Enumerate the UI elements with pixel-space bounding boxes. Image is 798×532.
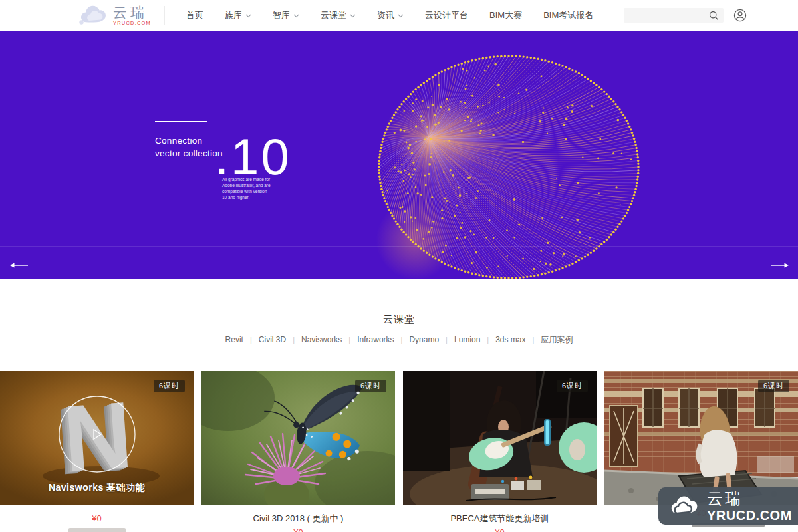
header-divider bbox=[164, 6, 165, 25]
cloud-watermark-icon bbox=[668, 495, 699, 517]
nav-label: BIM考试报名 bbox=[543, 9, 593, 21]
top-navbar: 云瑞 YRUCD.COM 首页 族库 智库 云课堂 资讯 云设计平台 BIM大赛… bbox=[0, 0, 798, 31]
course-title: PBECA建筑节能更新培训 bbox=[403, 513, 597, 524]
nav-item-cloud-design-platform[interactable]: 云设计平台 bbox=[414, 0, 479, 31]
site-logo[interactable]: 云瑞 YRUCD.COM bbox=[76, 5, 151, 26]
filter-infraworks[interactable]: Infraworks bbox=[357, 335, 394, 344]
filter-3dsmax[interactable]: 3ds max bbox=[495, 335, 525, 344]
filter-separator: | bbox=[401, 336, 403, 344]
account-button[interactable] bbox=[733, 9, 747, 22]
filter-navisworks[interactable]: Navisworks bbox=[301, 335, 342, 344]
arrow-right-icon bbox=[770, 262, 790, 269]
hero-description: All graphics are made for Adobe Illustra… bbox=[222, 176, 273, 200]
course-thumbnail[interactable]: 6课时 bbox=[604, 371, 798, 505]
filter-separator: | bbox=[348, 336, 350, 344]
carousel-next-button[interactable] bbox=[770, 259, 790, 271]
course-thumbnail[interactable]: N N N N N Navisworks 基础功能 6课时 bbox=[0, 371, 194, 505]
carousel-prev-button[interactable] bbox=[9, 259, 29, 271]
connection-sphere-graphic bbox=[0, 31, 798, 279]
search-box bbox=[624, 8, 724, 23]
nav-label: 云设计平台 bbox=[425, 9, 468, 21]
nav-label: 智库 bbox=[273, 9, 290, 21]
chevron-down-icon bbox=[398, 14, 404, 18]
hero-title: Connection vector collection bbox=[155, 134, 223, 160]
watermark-text: 云瑞 YRUCD.COM bbox=[707, 491, 792, 522]
hero-title-line2: vector collection bbox=[155, 147, 223, 160]
filter-separator: | bbox=[533, 336, 535, 344]
chevron-down-icon bbox=[293, 14, 299, 18]
course-card-navisworks[interactable]: N N N N N Navisworks 基础功能 6课时 ¥0 bbox=[0, 371, 194, 532]
chevron-down-icon bbox=[350, 14, 356, 18]
course-price: ¥0 bbox=[0, 513, 194, 524]
nav-item-home[interactable]: 首页 bbox=[176, 0, 214, 31]
nav-label: 首页 bbox=[186, 9, 203, 21]
nav-item-bim-exam-signup[interactable]: BIM考试报名 bbox=[533, 0, 604, 31]
banner-divider-line bbox=[0, 246, 798, 247]
nav-item-bim-contest[interactable]: BIM大赛 bbox=[479, 0, 533, 31]
nav-item-news[interactable]: 资讯 bbox=[366, 0, 414, 31]
cloud-logo-icon bbox=[76, 5, 109, 26]
filter-dynamo[interactable]: Dynamo bbox=[409, 335, 439, 344]
course-card-pbeca[interactable]: 6课时 PBECA建筑节能更新培训 ¥0 bbox=[403, 371, 597, 532]
site-watermark: 云瑞 YRUCD.COM bbox=[658, 487, 798, 525]
watermark-domain: YRUCD.COM bbox=[707, 509, 792, 522]
course-card-civil3d[interactable]: 6课时 Civil 3D 2018 ( 更新中 ) ¥0 bbox=[201, 371, 395, 532]
search-icon[interactable] bbox=[709, 11, 719, 21]
course-price-clipped: ¥0 bbox=[403, 527, 597, 532]
logo-title: 云瑞 bbox=[113, 5, 151, 19]
section-title: 云课堂 bbox=[0, 313, 798, 326]
hero-title-line1: Connection bbox=[155, 134, 223, 147]
lesson-count-badge: 6课时 bbox=[557, 380, 588, 392]
nav-item-knowledge[interactable]: 智库 bbox=[262, 0, 310, 31]
course-filter-bar: Revit|Civil 3D|Navisworks|Infraworks|Dyn… bbox=[0, 334, 798, 346]
lesson-count-badge: 6课时 bbox=[758, 380, 789, 392]
course-thumbnail[interactable]: 6课时 bbox=[201, 371, 395, 505]
filter-civil3d[interactable]: Civil 3D bbox=[259, 335, 286, 344]
filter-use-cases[interactable]: 应用案例 bbox=[541, 335, 573, 344]
nav-label: BIM大赛 bbox=[489, 9, 522, 21]
logo-text: 云瑞 YRUCD.COM bbox=[113, 5, 151, 26]
chevron-down-icon bbox=[245, 14, 251, 18]
hero-banner: Connection vector collection .10 All gra… bbox=[0, 31, 798, 279]
filter-separator: | bbox=[250, 336, 252, 344]
clipped-text-smudge bbox=[68, 528, 126, 532]
nav-label: 资讯 bbox=[377, 9, 394, 21]
course-price-clipped: ¥0 bbox=[201, 527, 395, 532]
arrow-left-icon bbox=[9, 262, 29, 269]
nav-label: 族库 bbox=[225, 9, 242, 21]
filter-revit[interactable]: Revit bbox=[225, 335, 243, 344]
nav-item-family-library[interactable]: 族库 bbox=[214, 0, 262, 31]
lesson-count-badge: 6课时 bbox=[154, 380, 185, 392]
filter-separator: | bbox=[293, 336, 295, 344]
watermark-title: 云瑞 bbox=[707, 491, 792, 507]
filter-lumion[interactable]: Lumion bbox=[454, 335, 480, 344]
course-cover-title: Navisworks 基础功能 bbox=[0, 482, 194, 494]
nav-item-cloud-classroom[interactable]: 云课堂 bbox=[310, 0, 366, 31]
nav-label: 云课堂 bbox=[321, 9, 346, 21]
course-thumbnail[interactable]: 6课时 bbox=[403, 371, 597, 505]
main-nav: 首页 族库 智库 云课堂 资讯 云设计平台 BIM大赛 BIM考试报名 bbox=[176, 0, 604, 31]
course-title: Civil 3D 2018 ( 更新中 ) bbox=[201, 513, 395, 524]
filter-separator: | bbox=[446, 336, 448, 344]
user-icon bbox=[733, 9, 747, 22]
logo-subtitle: YRUCD.COM bbox=[113, 21, 151, 26]
filter-separator: | bbox=[487, 336, 489, 344]
hero-rule bbox=[155, 121, 207, 122]
lesson-count-badge: 6课时 bbox=[355, 380, 386, 392]
